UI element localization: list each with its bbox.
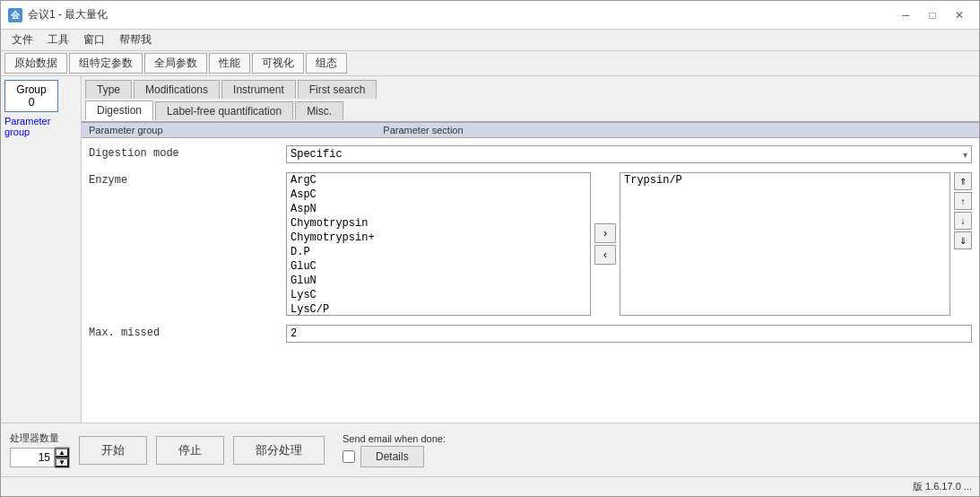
tab-label-free[interactable]: Label-free quantification [155, 101, 293, 120]
digestion-mode-label: Digestion mode [89, 145, 286, 160]
tab-type[interactable]: Type [85, 80, 132, 99]
toolbar-visualization[interactable]: 可视化 [252, 53, 304, 74]
enzyme-item-gluc[interactable]: GluC [287, 259, 590, 274]
start-button[interactable]: 开始 [79, 436, 147, 465]
param-header-section: Parameter section [383, 125, 972, 135]
toolbar-global-params[interactable]: 全局参数 [144, 53, 207, 74]
tabs-row1: Type Modifications Instrument First sear… [82, 76, 979, 99]
enzyme-item-dp[interactable]: D.P [287, 245, 590, 259]
enzyme-item-chymotrypsinplus[interactable]: Chymotrypsin+ [287, 231, 590, 245]
email-section: Send email when done: Details [343, 433, 446, 467]
enzyme-available-list[interactable]: ArgC AspC AspN Chymotrypsin Chymotrypsin… [286, 172, 591, 316]
sidebar: Group 0 Parameter group [1, 76, 82, 423]
processor-decrement-button[interactable]: ▼ [55, 458, 69, 467]
move-down-button[interactable]: ↓ [954, 212, 972, 230]
enzyme-item-chymotrypsin[interactable]: Chymotrypsin [287, 216, 590, 231]
max-missed-row: Max. missed [89, 325, 972, 343]
dropdown-arrow-icon: ▾ [963, 150, 967, 160]
menu-bar: 文件 工具 窗口 帮帮我 [1, 30, 979, 51]
version-label: 版 1.6.17.0 ... [913, 480, 972, 493]
main-window: 会 会议1 - 最大量化 ─ □ ✕ 文件 工具 窗口 帮帮我 原始数据 组特定… [0, 0, 980, 497]
tab-digestion[interactable]: Digestion [85, 100, 153, 121]
param-header: Parameter group Parameter section [82, 123, 979, 138]
close-button[interactable]: ✕ [947, 5, 972, 25]
details-button[interactable]: Details [360, 446, 424, 467]
selected-enzyme-item[interactable]: Trypsin/P [620, 173, 950, 187]
menu-window[interactable]: 窗口 [76, 31, 112, 49]
digestion-mode-dropdown[interactable]: Specific ▾ [286, 145, 972, 163]
param-group-label[interactable]: Parameter group [4, 116, 77, 137]
menu-file[interactable]: 文件 [4, 31, 40, 49]
remove-enzyme-button[interactable]: ‹ [594, 245, 616, 265]
email-row: Details [343, 446, 446, 467]
minimize-button[interactable]: ─ [893, 5, 918, 25]
right-panel: Type Modifications Instrument First sear… [82, 76, 979, 423]
add-enzyme-button[interactable]: › [594, 223, 616, 243]
email-checkbox[interactable] [343, 450, 355, 463]
move-top-button[interactable]: ⇑ [954, 172, 972, 190]
max-missed-input[interactable] [286, 325, 972, 343]
partial-process-button[interactable]: 部分处理 [233, 436, 325, 465]
stop-button[interactable]: 停止 [156, 436, 224, 465]
toolbar-raw-data[interactable]: 原始数据 [4, 53, 67, 74]
enzyme-item-argc[interactable]: ArgC [287, 173, 590, 187]
enzyme-selected-list[interactable]: Trypsin/P [620, 172, 950, 316]
main-content: Group 0 Parameter group Type Modificatio… [1, 76, 979, 423]
window-title: 会议1 - 最大量化 [28, 7, 108, 22]
enzyme-item-glun[interactable]: GluN [287, 274, 590, 288]
processor-increment-button[interactable]: ▲ [55, 448, 69, 458]
enzyme-section: ArgC AspC AspN Chymotrypsin Chymotrypsin… [286, 172, 972, 316]
menu-tools[interactable]: 工具 [40, 31, 76, 49]
processor-section: 处理器数量 ▲ ▼ [10, 432, 70, 468]
tab-first-search[interactable]: First search [298, 80, 377, 99]
processor-label: 处理器数量 [10, 432, 59, 445]
title-bar: 会 会议1 - 最大量化 ─ □ ✕ [1, 1, 979, 30]
enzyme-transfer-arrows: › ‹ [594, 172, 616, 316]
app-icon: 会 [8, 8, 22, 22]
enzyme-item-lysc[interactable]: LysC [287, 288, 590, 302]
menu-help[interactable]: 帮帮我 [112, 31, 159, 49]
max-missed-label: Max. missed [89, 325, 286, 339]
processor-input-row: ▲ ▼ [10, 447, 70, 468]
param-content: Digestion mode Specific ▾ Enzyme A [82, 138, 979, 423]
processor-spinner: ▲ ▼ [55, 447, 70, 468]
digestion-mode-value: Specific [291, 148, 963, 161]
toolbar: 原始数据 组特定参数 全局参数 性能 可视化 组态 [1, 51, 979, 76]
enzyme-order-arrows: ⇑ ↑ ↓ ⇓ [954, 172, 972, 316]
param-header-group: Parameter group [89, 125, 383, 135]
title-controls: ─ □ ✕ [893, 5, 972, 25]
tab-modifications[interactable]: Modifications [134, 80, 220, 99]
tab-misc[interactable]: Misc. [295, 101, 343, 120]
status-bar: 版 1.6.17.0 ... [1, 476, 979, 496]
tabs-row2: Digestion Label-free quantification Misc… [82, 99, 979, 123]
bottom-bar: 处理器数量 ▲ ▼ 开始 停止 部分处理 Send email when don… [1, 423, 979, 476]
tab-instrument[interactable]: Instrument [221, 80, 296, 99]
toolbar-topology[interactable]: 组态 [306, 53, 347, 74]
max-missed-control [286, 325, 972, 343]
title-bar-left: 会 会议1 - 最大量化 [8, 7, 108, 22]
processor-count-input[interactable] [10, 448, 55, 467]
toolbar-group-params[interactable]: 组特定参数 [69, 53, 143, 74]
enzyme-label: Enzyme [89, 172, 286, 187]
toolbar-performance[interactable]: 性能 [209, 53, 250, 74]
enzyme-row: Enzyme ArgC AspC AspN Chymotrypsin Chymo… [89, 172, 972, 316]
digestion-mode-row: Digestion mode Specific ▾ [89, 145, 972, 163]
enzyme-item-aspc[interactable]: AspC [287, 187, 590, 202]
enzyme-item-aspn[interactable]: AspN [287, 202, 590, 216]
digestion-mode-control: Specific ▾ [286, 145, 972, 163]
maximize-button[interactable]: □ [920, 5, 945, 25]
group-0-button[interactable]: Group 0 [4, 80, 58, 112]
enzyme-item-lyscp[interactable]: LysC/P [287, 302, 590, 316]
email-label: Send email when done: [343, 433, 446, 444]
move-up-button[interactable]: ↑ [954, 192, 972, 210]
move-bottom-button[interactable]: ⇓ [954, 231, 972, 249]
